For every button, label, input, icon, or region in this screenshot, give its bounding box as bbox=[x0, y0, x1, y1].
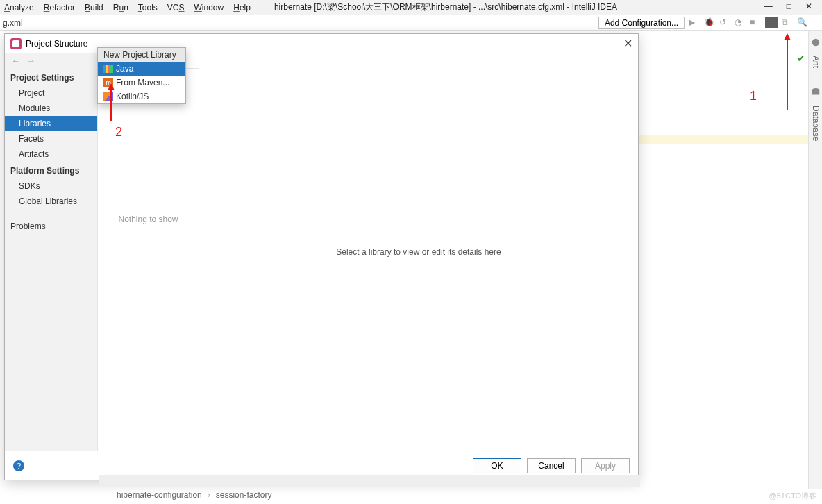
help-icon[interactable]: ? bbox=[13, 460, 24, 471]
svg-marker-4 bbox=[784, 33, 791, 40]
nav-project[interactable]: Project bbox=[5, 85, 97, 101]
nav-heading-project: Project Settings bbox=[5, 69, 97, 85]
watermark: @51CTO博客 bbox=[769, 491, 816, 501]
nav-heading-platform: Platform Settings bbox=[5, 162, 97, 178]
bottom-bar bbox=[99, 475, 640, 487]
annotation-label-1: 1 bbox=[750, 89, 757, 103]
nav-forward-icon[interactable]: → bbox=[27, 56, 35, 66]
nav-global-libraries[interactable]: Global Libraries bbox=[5, 194, 97, 209]
new-library-popup: New Project Library Java mFrom Maven... … bbox=[97, 47, 186, 104]
search-icon[interactable]: 🔍 bbox=[797, 17, 808, 28]
nav-libraries[interactable]: Libraries bbox=[5, 116, 97, 131]
maven-icon: m bbox=[103, 78, 113, 87]
nav-artifacts[interactable]: Artifacts bbox=[5, 146, 97, 162]
database-label[interactable]: Database bbox=[811, 106, 821, 141]
svg-rect-2 bbox=[812, 90, 819, 95]
main-toolbar: g.xml ✎ Add Configuration... ▶ 🐞 ↺ ◔ ■ ⧉… bbox=[0, 15, 822, 31]
ok-button[interactable]: OK bbox=[473, 458, 521, 473]
menu-tools[interactable]: Tools bbox=[138, 3, 158, 12]
database-icon[interactable] bbox=[811, 87, 821, 97]
right-tool-gutter: Ant Database bbox=[808, 31, 822, 489]
window-title: hirbernate [D:\梁\School\大三下\ORM框架\hirber… bbox=[274, 1, 617, 13]
profile-icon[interactable]: ◔ bbox=[735, 17, 746, 28]
menu-vcs[interactable]: VCS bbox=[167, 3, 185, 12]
nav-problems[interactable]: Problems bbox=[5, 219, 97, 234]
kotlin-icon bbox=[103, 92, 113, 101]
run-icon[interactable]: ▶ bbox=[689, 17, 700, 28]
menu-help[interactable]: Help bbox=[233, 3, 251, 12]
add-configuration-button[interactable]: Add Configuration... bbox=[598, 17, 685, 29]
minimize-icon[interactable]: — bbox=[764, 1, 773, 11]
library-detail-placeholder: Select a library to view or edit its det… bbox=[199, 53, 638, 451]
ant-icon[interactable] bbox=[811, 37, 821, 47]
dialog-close-icon[interactable]: ✕ bbox=[623, 37, 632, 50]
nav-sdks[interactable]: SDKs bbox=[5, 178, 97, 194]
annotation-arrow-1 bbox=[753, 33, 794, 117]
apply-button[interactable]: Apply bbox=[581, 458, 630, 473]
annotation-label-2: 2 bbox=[115, 125, 122, 140]
menu-refactor[interactable]: Refactor bbox=[44, 3, 75, 12]
nav-modules[interactable]: Modules bbox=[5, 101, 97, 116]
dialog-nav: ← → Project Settings Project Modules Lib… bbox=[5, 53, 98, 451]
menu-build[interactable]: Build bbox=[85, 3, 103, 12]
menu-bar: Analyze Refactor Build Run Tools VCS Win… bbox=[0, 0, 822, 15]
maximize-icon[interactable]: □ bbox=[787, 1, 791, 11]
menu-run[interactable]: Run bbox=[113, 3, 128, 12]
java-icon bbox=[103, 65, 113, 73]
ant-label[interactable]: Ant bbox=[811, 56, 821, 68]
highlight-strip bbox=[639, 135, 808, 144]
library-empty-label: Nothing to show bbox=[98, 69, 199, 451]
debug-icon[interactable]: 🐞 bbox=[704, 17, 715, 28]
svg-point-0 bbox=[812, 39, 819, 47]
check-icon: ✔ bbox=[797, 53, 805, 64]
breadcrumb-item[interactable]: session-factory bbox=[216, 490, 272, 500]
breadcrumb-item[interactable]: hibernate-configuration bbox=[117, 490, 202, 500]
editor-tab[interactable]: g.xml bbox=[3, 18, 23, 28]
dialog-title: Project Structure bbox=[26, 39, 87, 49]
menu-analyze[interactable]: Analyze bbox=[4, 3, 34, 12]
breadcrumb: hibernate-configuration › session-factor… bbox=[117, 490, 271, 500]
library-list-panel: + − ⿻ Nothing to show bbox=[98, 53, 199, 451]
popup-item-kotlinjs[interactable]: Kotlin/JS bbox=[98, 90, 185, 103]
nav-facets[interactable]: Facets bbox=[5, 131, 97, 146]
cancel-button[interactable]: Cancel bbox=[527, 458, 576, 473]
popup-item-java[interactable]: Java bbox=[98, 62, 185, 76]
stop-icon[interactable]: ■ bbox=[750, 17, 761, 28]
search-everywhere-icon[interactable]: ⧉ bbox=[782, 17, 793, 28]
popup-header: New Project Library bbox=[98, 48, 185, 62]
menu-window[interactable]: Window bbox=[194, 3, 224, 12]
intellij-icon bbox=[10, 38, 22, 49]
popup-item-maven[interactable]: mFrom Maven... bbox=[98, 76, 185, 90]
coverage-icon[interactable]: ↺ bbox=[719, 17, 730, 28]
chevron-right-icon: › bbox=[208, 490, 210, 500]
nav-back-icon[interactable]: ← bbox=[12, 56, 20, 66]
project-structure-icon[interactable] bbox=[765, 17, 778, 28]
close-window-icon[interactable]: ✕ bbox=[805, 1, 812, 11]
